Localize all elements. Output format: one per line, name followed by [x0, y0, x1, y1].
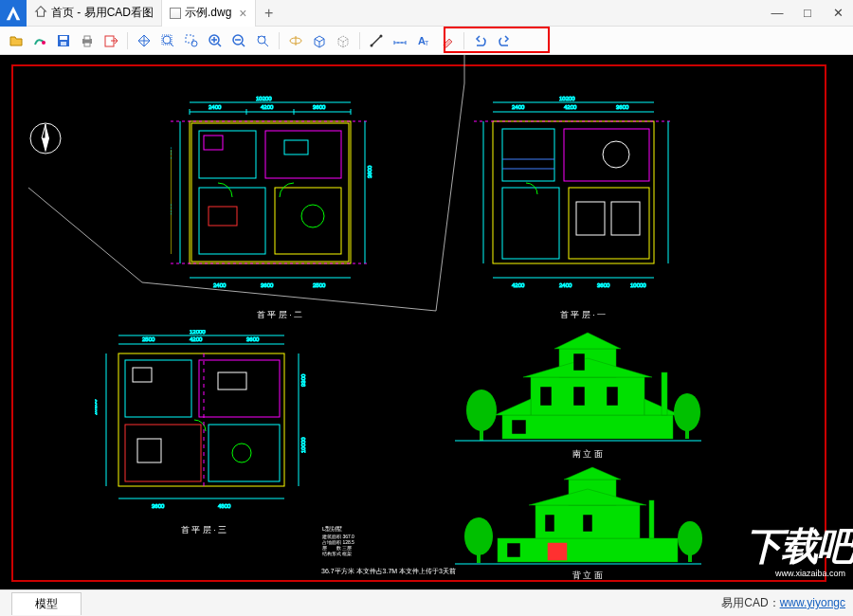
- svg-point-58: [603, 141, 629, 168]
- new-tab-button[interactable]: +: [256, 5, 282, 22]
- svg-rect-27: [204, 136, 223, 150]
- undo-button[interactable]: [470, 30, 491, 51]
- zoom-extents-button[interactable]: [157, 30, 178, 51]
- zoom-out-button[interactable]: [228, 30, 249, 51]
- svg-text:3600: 3600: [261, 282, 274, 288]
- footer-link[interactable]: www.yiyongc: [780, 596, 845, 609]
- tab-file-label: 示例.dwg: [185, 5, 231, 21]
- svg-text:2400: 2400: [559, 282, 572, 288]
- svg-marker-104: [554, 333, 621, 349]
- svg-point-0: [42, 41, 45, 45]
- elevation-label-1: 南 立 面: [550, 448, 626, 461]
- svg-rect-111: [607, 387, 618, 406]
- svg-text:10000: 10000: [300, 437, 306, 453]
- svg-rect-2: [60, 36, 67, 40]
- minimize-button[interactable]: —: [762, 6, 792, 20]
- svg-rect-80: [125, 425, 201, 481]
- svg-marker-123: [529, 489, 646, 505]
- svg-point-17: [380, 34, 383, 37]
- svg-rect-117: [685, 427, 689, 439]
- svg-rect-128: [649, 500, 654, 538]
- svg-rect-132: [688, 552, 692, 562]
- svg-text:2400: 2400: [213, 282, 227, 288]
- svg-text:10000: 10000: [630, 282, 646, 288]
- svg-rect-26: [275, 188, 341, 254]
- svg-text:4200: 4200: [261, 104, 274, 110]
- maximize-button[interactable]: □: [792, 6, 823, 20]
- floor-plan-1: 240042003600 10200 42002400360010000: [474, 93, 682, 301]
- svg-rect-81: [209, 425, 280, 481]
- svg-rect-22: [191, 123, 349, 262]
- svg-rect-101: [502, 415, 673, 439]
- text-button[interactable]: AT: [413, 30, 434, 51]
- tab-home[interactable]: 首页 - 易用CAD看图: [27, 0, 162, 27]
- line-button[interactable]: [366, 30, 387, 51]
- svg-rect-28: [284, 140, 308, 154]
- extract-button[interactable]: [29, 30, 50, 51]
- svg-text:3600: 3600: [367, 165, 372, 178]
- export-button[interactable]: [100, 30, 121, 51]
- elevation-back: [445, 462, 711, 571]
- zoom-window-button[interactable]: [181, 30, 202, 51]
- svg-rect-55: [564, 129, 649, 181]
- svg-text:2400: 2400: [209, 104, 222, 110]
- svg-text:2500: 2500: [142, 336, 155, 342]
- tab-home-label: 首页 - 易用CAD看图: [51, 5, 154, 21]
- model-tab[interactable]: 模型: [11, 592, 82, 615]
- plan-label-2: 首 平 层 · 二: [227, 309, 332, 321]
- svg-rect-130: [477, 552, 481, 563]
- svg-rect-79: [199, 360, 280, 417]
- svg-text:2400: 2400: [512, 104, 525, 110]
- tab-file[interactable]: 示例.dwg ×: [162, 0, 256, 27]
- svg-rect-6: [84, 43, 90, 46]
- box-3d-button[interactable]: [309, 30, 330, 51]
- wire-3d-button[interactable]: [333, 30, 354, 51]
- svg-rect-82: [133, 368, 152, 382]
- svg-text:T: T: [425, 40, 429, 46]
- svg-rect-112: [573, 353, 585, 371]
- svg-rect-53: [493, 121, 654, 263]
- svg-rect-78: [125, 360, 191, 417]
- svg-point-30: [301, 205, 324, 227]
- svg-rect-109: [540, 387, 552, 406]
- svg-point-11: [191, 41, 197, 46]
- tab-close-icon[interactable]: ×: [239, 6, 246, 21]
- zoom-realtime-button[interactable]: [252, 30, 273, 51]
- svg-text:4200: 4200: [512, 282, 525, 288]
- svg-marker-106: [495, 399, 531, 415]
- svg-rect-124: [507, 543, 520, 557]
- status-bar: 模型 易用CAD：www.yiyongc: [0, 589, 853, 616]
- svg-text:3600: 3600: [152, 503, 165, 509]
- svg-rect-5: [84, 36, 90, 40]
- orbit-button[interactable]: [285, 30, 306, 51]
- svg-text:10200: 10200: [256, 96, 272, 101]
- toolbar: AT: [0, 27, 853, 55]
- file-icon: [170, 8, 181, 19]
- svg-rect-3: [61, 42, 66, 45]
- measure-button[interactable]: [390, 30, 410, 51]
- svg-point-131: [678, 521, 702, 555]
- svg-rect-115: [480, 427, 483, 441]
- drawing-canvas[interactable]: 240042003600 10200 240036002500 74004800…: [0, 55, 853, 589]
- open-button[interactable]: [6, 30, 27, 51]
- close-window-button[interactable]: ✕: [823, 6, 853, 20]
- redo-button[interactable]: [494, 30, 515, 51]
- titleblock-line-a: L型别墅 建筑面积 367.0占地面积 128.5层 数 三层结构形式 框架: [322, 525, 436, 556]
- plan-label-1: 首 平 层 · 一: [531, 309, 635, 321]
- elevation-label-2: 背 立 面: [550, 570, 626, 582]
- erase-button[interactable]: [437, 30, 458, 51]
- floor-plan-2: 240042003600 10200 240036002500 74004800…: [171, 93, 379, 301]
- save-button[interactable]: [53, 30, 74, 51]
- svg-point-116: [674, 393, 700, 431]
- svg-text:4800: 4800: [171, 203, 172, 216]
- pan-button[interactable]: [134, 30, 154, 51]
- svg-point-16: [371, 44, 373, 46]
- svg-rect-57: [569, 188, 649, 259]
- svg-rect-84: [137, 439, 161, 462]
- toolbar-separator: [463, 32, 464, 49]
- svg-rect-108: [512, 420, 526, 434]
- print-button[interactable]: [77, 30, 98, 51]
- toolbar-separator: [279, 32, 280, 49]
- zoom-in-button[interactable]: [205, 30, 226, 51]
- svg-rect-110: [573, 387, 585, 406]
